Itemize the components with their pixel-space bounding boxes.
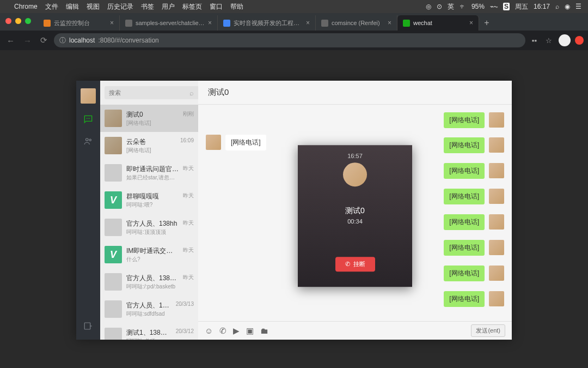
conversation-item[interactable]: V群聊嘎嘎嘎呵呵哒:喂?昨天 — [100, 186, 198, 214]
menu-history[interactable]: 历史记录 — [107, 2, 133, 11]
clock-day[interactable]: 周五 — [515, 2, 528, 11]
siri-icon[interactable]: ◉ — [565, 3, 570, 10]
menu-icon[interactable] — [82, 320, 94, 332]
url-input[interactable]: ⓘ localhost:8080/#/conversation — [54, 33, 525, 47]
message-avatar — [489, 240, 504, 255]
video-call-icon[interactable]: ▶ — [233, 326, 240, 336]
chat-messages[interactable]: [网络电话] [网络电话] 16:57 测试0 00:34 ✆ 挂断 [网络电话… — [198, 105, 512, 321]
image-icon[interactable]: ▣ — [246, 326, 254, 336]
chat-icon[interactable] — [82, 113, 94, 125]
status-s-icon[interactable]: S — [503, 3, 510, 10]
message-bubble[interactable]: [网络电话] — [444, 112, 485, 128]
site-info-icon[interactable]: ⓘ — [59, 36, 66, 45]
tab-title: comsince (Renfei) — [332, 20, 384, 26]
conversation-item[interactable]: 官方人员、138测...呵呵哒:sdfdfsad20/3/13 — [100, 295, 198, 323]
conversation-time: 昨天 — [183, 159, 194, 172]
conversation-item[interactable]: VIM即时通讯交流组什么?昨天 — [100, 241, 198, 268]
conversation-list[interactable]: 测试0[网络电话]刚刚云朵爸[网络电话]16:09即时通讯问题官方反...如果已… — [100, 105, 198, 340]
file-icon[interactable]: 🖿 — [260, 326, 268, 335]
menu-view[interactable]: 视图 — [87, 2, 100, 11]
conversation-item[interactable]: 即时通讯问题官方反...如果已经star,请忽略此消息昨天 — [100, 159, 198, 186]
menu-window[interactable]: 窗口 — [210, 2, 223, 11]
conversation-name: 群聊嘎嘎嘎 — [126, 192, 179, 201]
back-button[interactable]: ← — [4, 34, 17, 47]
conversation-item[interactable]: 云朵爸[网络电话]16:09 — [100, 132, 198, 159]
message-bubble[interactable]: [网络电话] — [444, 266, 485, 281]
hangup-label: 挂断 — [353, 260, 365, 268]
tab-close-icon[interactable]: × — [469, 19, 473, 27]
call-avatar — [343, 162, 367, 186]
tab-close-icon[interactable]: × — [306, 19, 310, 27]
conversation-time: 16:09 — [180, 132, 194, 143]
menu-tabs[interactable]: 标签页 — [182, 2, 202, 11]
extension-icon[interactable] — [575, 36, 584, 45]
browser-tab[interactable]: samples-server/chatclient.js a× — [120, 15, 218, 31]
message-avatar — [489, 214, 504, 230]
message-avatar — [489, 266, 504, 281]
tab-title: wechat — [413, 20, 466, 26]
call-duration: 00:34 — [347, 218, 363, 225]
tab-close-icon[interactable]: × — [208, 19, 212, 27]
tab-close-icon[interactable]: × — [388, 19, 391, 27]
menu-help[interactable]: 帮助 — [230, 2, 243, 11]
search-icon[interactable]: ⌕ — [189, 89, 194, 97]
conversation-name: 官方人员、138hh — [126, 219, 179, 228]
contacts-icon[interactable] — [82, 135, 94, 147]
message-bubble[interactable]: [网络电话] — [225, 135, 266, 150]
conversation-item[interactable]: 测试0[网络电话]刚刚 — [100, 105, 198, 132]
tab-close-icon[interactable]: × — [110, 19, 114, 27]
spotlight-icon[interactable]: ⌕ — [555, 3, 559, 10]
message-sent: [网络电话] — [206, 112, 504, 128]
svg-point-2 — [89, 118, 90, 119]
window-zoom-button[interactable] — [25, 18, 31, 24]
message-sent: [网络电话] — [444, 240, 504, 256]
menu-bookmarks[interactable]: 书签 — [141, 2, 154, 11]
voice-call-icon[interactable]: ✆ — [219, 326, 226, 336]
tab-title: 云监控控制台 — [54, 19, 107, 27]
app-name[interactable]: Chrome — [14, 3, 38, 10]
tabs-bar: 云监控控制台×samples-server/chatclient.js a×实时… — [0, 13, 588, 31]
profile-avatar[interactable] — [559, 34, 571, 46]
conversation-item[interactable]: 官方人员、138hh呵呵哒:顶顶顶顶昨天 — [100, 214, 198, 241]
ime-indicator[interactable]: 英 — [448, 2, 454, 11]
conversation-name: 测试0 — [126, 110, 179, 119]
status-icon[interactable]: ◎ — [426, 3, 431, 10]
clock-time[interactable]: 16:17 — [534, 3, 550, 10]
conversation-item[interactable]: 官方人员、138测试...呵呵哒:/:pd/:basketb昨天 — [100, 268, 198, 295]
search-input[interactable] — [105, 86, 201, 99]
conversation-avatar — [105, 164, 122, 182]
tab-title: 实时音视频开发的工程化实践[... — [234, 19, 303, 27]
menu-edit[interactable]: 编辑 — [66, 2, 79, 11]
message-bubble[interactable]: [网络电话] — [444, 163, 485, 179]
browser-tab[interactable]: comsince (Renfei)× — [316, 15, 397, 31]
tab-title: samples-server/chatclient.js a — [136, 20, 205, 26]
window-close-button[interactable] — [5, 18, 11, 24]
window-minimize-button[interactable] — [15, 18, 21, 24]
wifi-icon[interactable]: ᯤ — [460, 3, 466, 10]
conversation-item[interactable]: 测试1、138测试1...呵呵哒:必须20/3/12 — [100, 323, 198, 340]
battery-icon[interactable]: ⌁⏦ — [490, 3, 498, 10]
bookmark-star-icon[interactable]: ☆ — [543, 34, 554, 47]
conversation-avatar — [105, 328, 122, 340]
chat-panel: 测试0 [网络电话] [网络电话] 16:57 测试0 00:34 ✆ 挂断 [… — [198, 81, 512, 340]
emoji-icon[interactable]: ☺ — [205, 326, 213, 335]
hangup-button[interactable]: ✆ 挂断 — [335, 257, 375, 272]
camera-icon[interactable]: ▪▪ — [530, 34, 539, 47]
reload-button[interactable]: ⟳ — [38, 33, 50, 47]
send-button[interactable]: 发送(ent) — [471, 324, 505, 337]
browser-tab[interactable]: 实时音视频开发的工程化实践[...× — [218, 15, 316, 31]
message-bubble[interactable]: [网络电话] — [444, 291, 485, 307]
browser-tab[interactable]: 云监控控制台× — [38, 15, 120, 31]
forward-button[interactable]: → — [21, 34, 34, 47]
new-tab-button[interactable]: + — [479, 15, 494, 31]
browser-tab[interactable]: wechat× — [397, 15, 479, 31]
message-bubble[interactable]: [网络电话] — [444, 214, 485, 230]
menu-file[interactable]: 文件 — [45, 2, 58, 11]
message-bubble[interactable]: [网络电话] — [444, 137, 485, 153]
control-center-icon[interactable]: ☰ — [575, 3, 581, 10]
me-avatar[interactable] — [81, 88, 96, 104]
message-bubble[interactable]: [网络电话] — [444, 189, 485, 204]
menu-user[interactable]: 用户 — [162, 2, 175, 11]
mic-icon[interactable]: ⊙ — [437, 3, 442, 10]
message-bubble[interactable]: [网络电话] — [444, 240, 485, 256]
